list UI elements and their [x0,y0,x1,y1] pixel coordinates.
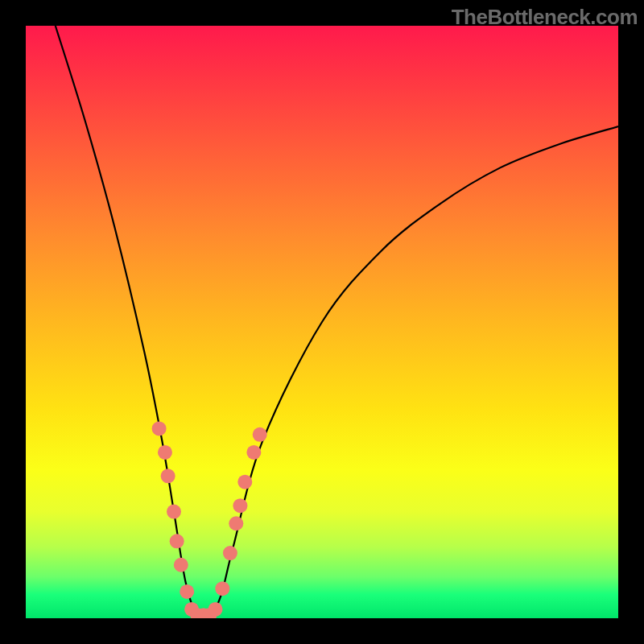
data-marker [158,445,172,460]
data-marker [233,498,247,513]
data-marker [229,516,243,530]
watermark-text: TheBottleneck.com [452,5,638,30]
data-marker [223,546,237,560]
chart-svg [26,26,618,618]
data-marker [208,602,223,617]
data-marker [180,584,194,599]
data-marker [174,558,188,572]
data-marker [152,421,167,436]
marker-group [152,421,267,618]
data-marker [237,475,252,489]
data-marker [253,427,267,442]
plot-area [26,26,618,618]
data-marker [161,469,175,483]
data-marker [246,445,261,460]
chart-container: TheBottleneck.com [0,0,644,644]
data-marker [215,581,229,596]
bottleneck-curve [56,26,618,618]
data-marker [167,505,181,519]
data-marker [170,534,184,548]
